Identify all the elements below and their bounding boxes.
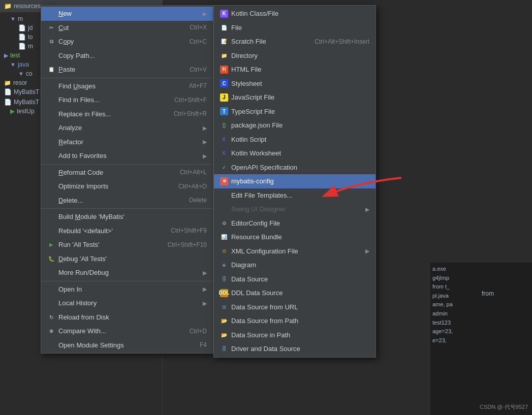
menu-item-optimize-label: Optimize Imports [58,181,108,191]
folder-icon: 📁 [4,80,11,86]
submenu-kotlin-worksheet-label: Kotlin Worksheet [231,148,281,158]
submenu-item-edit-templates[interactable]: Edit File Templates... [214,188,375,203]
submenu-item-xml[interactable]: ⚙ XML Configuration File ▶ [214,244,375,259]
settings-icon [47,341,55,349]
copy-icon: ⧉ [47,38,55,46]
tree-item-label: test [10,52,20,59]
submenu-diagram-label: Diagram [231,260,256,270]
menu-item-analyze-label: Analyze [58,123,82,133]
menu-item-refactor[interactable]: Refactor ▶ [41,135,213,149]
watermark: CSDN @·代号9527 [480,403,528,411]
menu-item-debug-tests[interactable]: 🐛 Debug 'All Tests' [41,252,213,266]
submenu-item-swing[interactable]: Swing UI Designer ▶ [214,202,375,216]
menu-item-delete[interactable]: Delete... Delete [41,194,213,208]
file-icon: 📄 [18,34,26,41]
menu-item-rebuild[interactable]: Rebuild '<default>' Ctrl+Shift+F9 [41,224,213,238]
file-icon: 📄 [220,23,228,31]
submenu-item-file[interactable]: 📄 File [214,21,375,35]
menu-item-find-usages[interactable]: Find Usages Alt+F7 [41,79,213,93]
tree-item-label: m [28,43,33,50]
menu-item-more-run[interactable]: More Run/Debug ▶ [41,266,213,280]
submenu-item-ts[interactable]: T TypeScript File [214,105,375,119]
menu-item-new-label: New [58,9,72,19]
new-icon [47,10,55,18]
submenu-item-diagram[interactable]: ◈ Diagram [214,258,375,272]
xml-arrow: ▶ [365,247,369,256]
menu-item-local-history[interactable]: Local History ▶ [41,296,213,310]
menu-item-run-tests-label: Run 'All Tests' [58,240,100,250]
separator4 [41,281,213,281]
submenu-item-html[interactable]: H HTML File [214,62,375,77]
submenu-item-ds-path[interactable]: 📂 Data Source from Path [214,314,375,328]
menu-item-module-settings[interactable]: Open Module Settings F4 [41,338,213,353]
output-line: test123 [432,318,530,328]
refactor-icon [47,138,55,146]
menu-item-cut[interactable]: ✂ Cut Ctrl+X [41,21,213,35]
menu-item-analyze[interactable]: Analyze ▶ [41,121,213,135]
menu-item-find-usages-label: Find Usages [58,81,96,91]
submenu-ds-in-path-label: Data Source in Path [231,330,290,340]
mybatis-icon: ⚙ [220,177,228,185]
menu-item-delete-label: Delete... [58,196,83,206]
submenu-item-resource-bundle[interactable]: 📊 Resource Bundle [214,230,375,244]
submenu-ds-url-label: Data Source from URL [231,302,298,312]
submenu-item-css[interactable]: C Stylesheet [214,77,375,91]
menu-item-copy-path[interactable]: Copy Path... [41,49,213,63]
find-in-files-shortcut: Ctrl+Shift+F [174,95,207,105]
submenu-item-driver-ds[interactable]: 🗄 Driver and Data Source [214,342,375,356]
submenu-item-ds-in-path[interactable]: 📂 Data Source in Path [214,328,375,342]
kotlin-script-icon: K [220,135,228,143]
submenu-item-kotlin-worksheet[interactable]: K Kotlin Worksheet [214,146,375,161]
menu-item-open-in-label: Open In [58,284,82,295]
cut-icon: ✂ [47,23,55,31]
menu-item-compare-label: Compare With... [58,326,106,336]
submenu-item-directory[interactable]: 📁 Directory [214,49,375,63]
submenu-item-openapi[interactable]: ✓ OpenAPI Specification [214,161,375,175]
submenu-item-js[interactable]: J JavaScript File [214,90,375,105]
menu-item-reload[interactable]: ↻ Reload from Disk [41,310,213,325]
submenu-item-json[interactable]: {} package.json File [214,118,375,133]
menu-item-paste[interactable]: 📋 Paste Ctrl+V [41,62,213,77]
submenu-item-kotlin-script[interactable]: K Kotlin Script [214,133,375,147]
submenu-item-mybatis[interactable]: ⚙ mybatis-config [214,174,375,188]
submenu-item-data-source[interactable]: 🗄 Data Source [214,272,375,286]
favorites-arrow: ▶ [203,152,207,161]
menu-item-copy[interactable]: ⧉ Copy Ctrl+C [41,35,213,49]
menu-item-replace-in-files[interactable]: Replace in Files... Ctrl+Shift+R [41,107,213,121]
menu-item-find-in-files-label: Find in Files... [58,95,100,105]
submenu-swing-label: Swing UI Designer [231,204,286,214]
submenu-item-kotlin-class[interactable]: K Kotlin Class/File [214,7,375,21]
menu-item-find-in-files[interactable]: Find in Files... Ctrl+Shift+F [41,93,213,107]
menu-item-run-tests[interactable]: ▶ Run 'All Tests' Ctrl+Shift+F10 [41,238,213,252]
menu-item-reformat[interactable]: Reformat Code Ctrl+Alt+L [41,166,213,180]
separator2 [41,164,213,165]
menu-item-replace-label: Replace in Files... [58,109,111,119]
menu-item-rebuild-label: Rebuild '<default>' [58,226,113,236]
submenu-item-ddl[interactable]: DDL DDL Data Source [214,286,375,300]
editor-config-icon: ⚙ [220,219,228,227]
submenu-item-ds-url[interactable]: ⊞ Data Source from URL [214,300,375,314]
cut-shortcut: Ctrl+X [190,23,207,32]
menu-item-add-favorites[interactable]: Add to Favorites ▶ [41,149,213,163]
menu-item-open-in[interactable]: Open In ▶ [41,282,213,297]
menu-item-new[interactable]: New ▶ [41,7,213,21]
submenu-editorconfig-label: EditorConfig File [231,218,280,229]
submenu-kotlin-script-label: Kotlin Script [231,135,266,145]
submenu-item-editorconfig[interactable]: ⚙ EditorConfig File [214,216,375,231]
submenu-xml-label: XML Configuration File [231,246,298,257]
submenu-item-scratch[interactable]: 📝 Scratch File Ctrl+Alt+Shift+Insert [214,35,375,49]
menu-item-build-module[interactable]: Build Module 'MyBatis' [41,210,213,224]
menu-item-paste-label: Paste [58,65,75,75]
menu-item-cut-label: Cut [58,23,69,33]
menu-item-local-history-label: Local History [58,298,97,308]
ds-in-path-icon: 📂 [220,331,228,339]
ds-path-icon: 📂 [220,317,228,325]
menu-item-compare[interactable]: ⊕ Compare With... Ctrl+D [41,324,213,338]
open-in-icon [47,285,55,293]
sidebar-title: resources [14,3,41,10]
file-icon: 📄 [4,88,12,95]
ds-url-icon: ⊞ [220,303,228,311]
context-menu-left: New ▶ ✂ Cut Ctrl+X ⧉ Copy Ctrl+C Copy Pa… [41,5,213,354]
reformat-icon [47,168,55,176]
menu-item-optimize[interactable]: Optimize Imports Ctrl+Alt+O [41,179,213,194]
